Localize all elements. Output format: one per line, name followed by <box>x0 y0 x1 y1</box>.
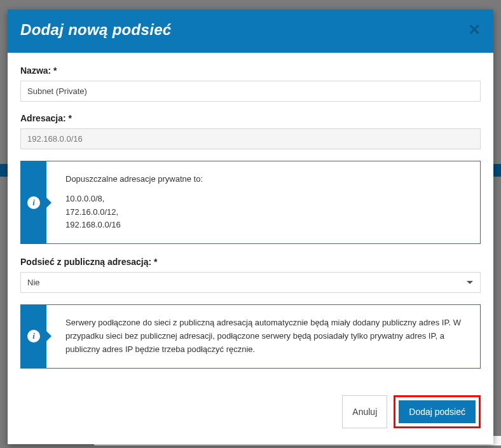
modal-header: Dodaj nową podsieć ✕ <box>8 10 493 53</box>
submit-highlight: Dodaj podsieć <box>394 395 481 428</box>
add-subnet-modal: Dodaj nową podsieć ✕ Nazwa: * Adresacja:… <box>8 10 493 444</box>
info-tab: i <box>21 161 46 243</box>
submit-button[interactable]: Dodaj podsieć <box>399 400 476 423</box>
addressing-label: Adresacja: * <box>20 113 481 123</box>
public-select[interactable]: Nie <box>20 272 481 293</box>
addressing-input[interactable] <box>20 128 481 149</box>
info-tab: i <box>21 305 46 367</box>
info-icon: i <box>27 330 40 343</box>
public-label: Podsieć z publiczną adresacją: * <box>20 257 481 267</box>
modal-footer: Anuluj Dodaj podsieć <box>8 388 493 444</box>
info-public-block: i Serwery podłączone do sieci z publiczn… <box>20 304 481 368</box>
info-public-text: Serwery podłączone do sieci z publiczną … <box>65 316 466 356</box>
name-label: Nazwa: * <box>20 65 481 76</box>
info-addr-intro: Dopuszczalne adresacje prywatne to: <box>65 173 466 186</box>
info-public-content: Serwery podłączone do sieci z publiczną … <box>46 305 480 367</box>
modal-body: Nazwa: * Adresacja: * i Dopuszczalne adr… <box>8 53 493 388</box>
close-icon[interactable]: ✕ <box>468 22 481 37</box>
info-icon: i <box>27 196 40 209</box>
info-addressing-content: Dopuszczalne adresacje prywatne to: 10.0… <box>46 161 480 243</box>
name-input[interactable] <box>20 81 481 102</box>
info-addr-list: 10.0.0.0/8, 172.16.0.0/12, 192.168.0.0/1… <box>65 193 466 232</box>
cancel-button[interactable]: Anuluj <box>342 395 387 428</box>
modal-title: Dodaj nową podsieć <box>20 21 171 39</box>
info-addressing-block: i Dopuszczalne adresacje prywatne to: 10… <box>20 161 481 244</box>
